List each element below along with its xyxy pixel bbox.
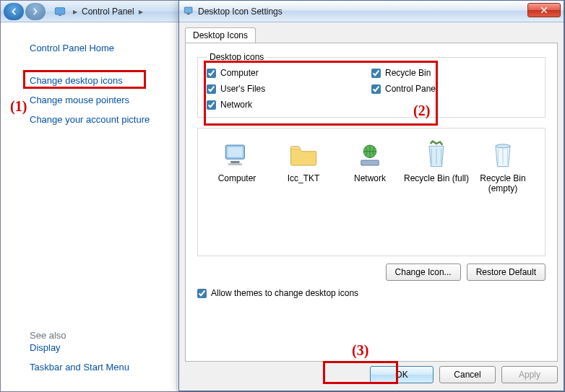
chevron-right-icon: ▸	[139, 6, 143, 17]
folder-icon	[288, 140, 319, 170]
preview-recycle-empty[interactable]: Recycle Bin (empty)	[470, 137, 536, 256]
control-panel-home-link[interactable]: Control Panel Home	[1, 38, 176, 58]
tab-panel: Desktop icons Computer Recycle Bin User'…	[185, 43, 558, 362]
change-desktop-icons-link[interactable]: Change desktop icons	[1, 71, 176, 90]
chevron-right-icon: ▸	[73, 6, 77, 17]
see-also-display-link[interactable]: Display	[1, 338, 176, 357]
checkbox-network[interactable]: Network	[207, 100, 371, 110]
svg-rect-7	[228, 163, 242, 165]
see-also-taskbar-link[interactable]: Taskbar and Start Menu	[1, 357, 176, 377]
dialog-title: Desktop Icon Settings	[198, 6, 282, 17]
forward-button[interactable]	[25, 3, 46, 20]
preview-network[interactable]: Network	[337, 137, 403, 256]
cancel-button[interactable]: Cancel	[439, 366, 496, 383]
breadcrumb-label[interactable]: Control Panel	[82, 6, 134, 17]
checkbox-recycle-bin[interactable]: Recycle Bin	[371, 68, 536, 78]
annotation-label-3: (3)	[352, 342, 368, 359]
computer-icon	[222, 140, 252, 170]
change-icon-button[interactable]: Change Icon...	[386, 263, 461, 281]
control-panel-sidebar: Control Panel Home Change desktop icons …	[1, 22, 177, 391]
svg-rect-1	[59, 14, 61, 15]
annotation-label-2: (2)	[413, 103, 430, 119]
checkbox-users-files[interactable]: User's Files	[207, 84, 371, 94]
recycle-bin-empty-icon	[488, 139, 517, 170]
close-button[interactable]	[527, 3, 561, 17]
annotation-label-1: (1)	[10, 98, 27, 115]
tab-desktop-icons[interactable]: Desktop Icons	[185, 27, 256, 43]
preview-users-files[interactable]: Icc_TKT	[270, 137, 337, 256]
dialog-icon	[184, 6, 195, 17]
svg-rect-6	[230, 161, 239, 164]
icon-preview-list[interactable]: Computer Icc_TKT Network Recycle Bin (fu…	[197, 128, 545, 256]
control-panel-icon	[54, 6, 66, 17]
checkbox-control-panel[interactable]: Control Panel	[371, 84, 536, 94]
svg-rect-3	[187, 13, 190, 14]
dialog-titlebar[interactable]: Desktop Icon Settings	[179, 1, 564, 22]
breadcrumb[interactable]: ▸ Control Panel ▸	[54, 6, 147, 17]
ok-button[interactable]: OK	[370, 366, 434, 383]
recycle-bin-full-icon	[422, 139, 451, 170]
checkbox-computer[interactable]: Computer	[207, 68, 371, 78]
svg-point-10	[496, 144, 510, 148]
restore-default-button[interactable]: Restore Default	[467, 263, 545, 281]
svg-rect-9	[361, 160, 379, 165]
svg-rect-2	[184, 7, 192, 13]
svg-rect-5	[228, 147, 243, 157]
back-button[interactable]	[4, 3, 24, 20]
change-mouse-pointers-link[interactable]: Change mouse pointers	[1, 90, 176, 110]
change-account-picture-link[interactable]: Change your account picture	[1, 110, 176, 129]
network-icon	[355, 140, 385, 170]
group-legend: Desktop icons	[207, 52, 267, 62]
preview-computer[interactable]: Computer	[204, 137, 270, 256]
checkbox-allow-themes[interactable]: Allow themes to change desktop icons	[197, 288, 545, 298]
apply-button[interactable]: Apply	[501, 366, 558, 383]
svg-rect-0	[55, 7, 64, 14]
preview-recycle-full[interactable]: Recycle Bin (full)	[403, 137, 470, 256]
desktop-icon-settings-dialog: Desktop Icon Settings Desktop Icons Desk…	[178, 0, 564, 391]
desktop-icons-group: Desktop icons Computer Recycle Bin User'…	[197, 52, 545, 118]
